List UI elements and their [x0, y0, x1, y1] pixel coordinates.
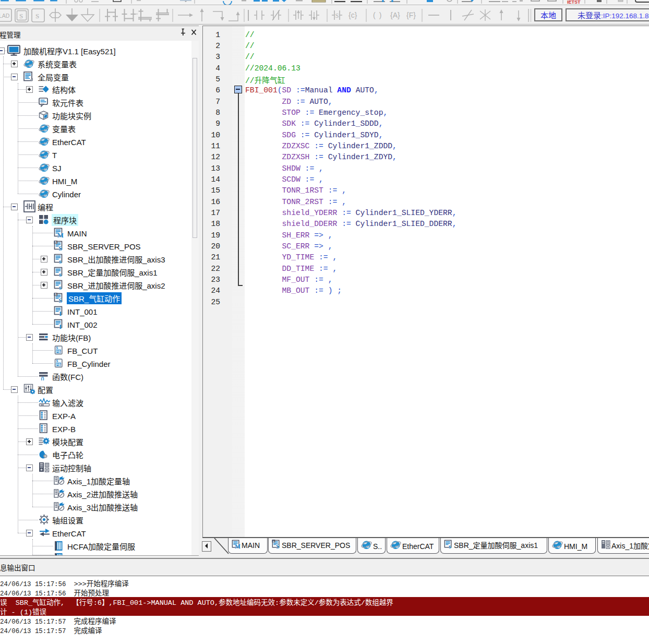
svg-text:{F}: {F}: [406, 11, 416, 19]
svg-text:s: s: [59, 283, 62, 290]
svg-text:s: s: [54, 241, 56, 244]
svg-text:(): (): [41, 376, 44, 381]
svg-text:S: S: [276, 543, 279, 548]
svg-text:S: S: [19, 12, 23, 20]
svg-text:s: s: [449, 543, 451, 548]
svg-text:s: s: [59, 270, 62, 277]
svg-text:I: I: [59, 309, 62, 316]
svg-text:s: s: [273, 540, 274, 543]
svg-text:S: S: [335, 12, 339, 19]
svg-text:s: s: [59, 257, 62, 264]
svg-text:M: M: [235, 543, 241, 548]
svg-text:( ): ( ): [373, 11, 381, 19]
svg-text:I: I: [59, 323, 62, 329]
svg-text:FB: FB: [56, 350, 61, 353]
svg-text:S: S: [58, 296, 62, 303]
svg-text:LAD: LAD: [0, 13, 10, 19]
svg-text:s: s: [54, 293, 56, 296]
svg-text:S: S: [58, 244, 62, 251]
svg-text:S: S: [35, 12, 39, 20]
svg-text:{c}: {c}: [348, 11, 357, 19]
svg-text:M: M: [57, 231, 63, 237]
svg-text:FB: FB: [56, 363, 61, 366]
svg-text:{A}: {A}: [390, 11, 400, 19]
